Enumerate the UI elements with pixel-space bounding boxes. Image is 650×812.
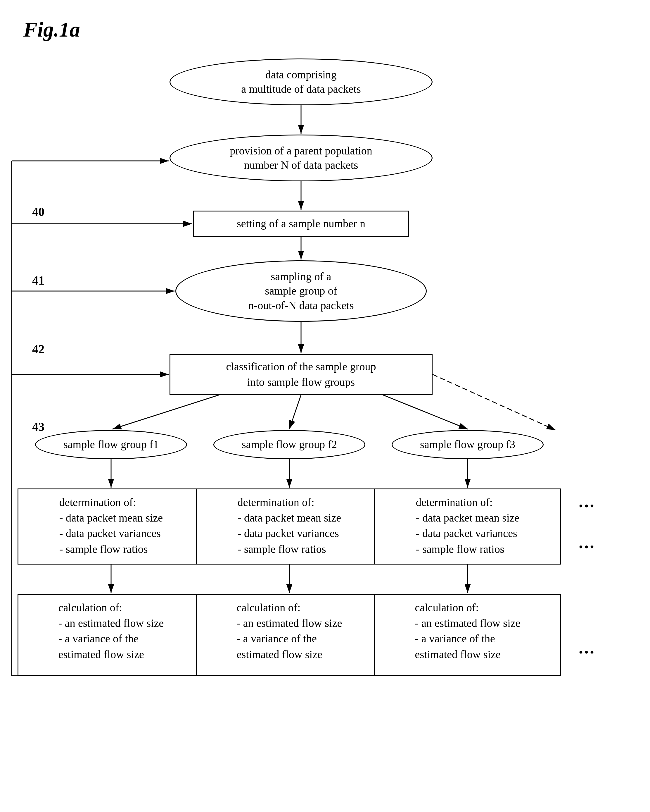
det-f2-node: determination of: - data packet mean siz…: [196, 488, 383, 565]
calc-f3-node: calculation of: - an estimated flow size…: [374, 594, 561, 676]
det-f3-node: determination of: - data packet mean siz…: [374, 488, 561, 565]
sampling-node: sampling of a sample group of n-out-of-N…: [175, 260, 427, 322]
det-f1-node: determination of: - data packet mean siz…: [18, 488, 205, 565]
label-43: 43: [32, 420, 44, 434]
data-packets-node: data comprising a multitude of data pack…: [169, 58, 432, 105]
sample-number-node: setting of a sample number n: [193, 211, 409, 237]
dots-3: ...: [579, 638, 595, 658]
page-title: Fig.1a: [23, 18, 80, 42]
label-41: 41: [32, 273, 44, 287]
dots-1: ...: [579, 491, 595, 511]
dots-2: ...: [579, 533, 595, 553]
svg-line-14: [383, 395, 467, 429]
svg-line-15: [432, 374, 555, 430]
label-42: 42: [32, 342, 44, 356]
flow-f1-node: sample flow group f1: [35, 430, 187, 459]
flow-f3-node: sample flow group f3: [392, 430, 543, 459]
svg-line-13: [289, 395, 301, 429]
svg-line-12: [113, 395, 219, 429]
flow-f2-node: sample flow group f2: [213, 430, 365, 459]
label-40: 40: [32, 205, 44, 219]
calc-f1-node: calculation of: - an estimated flow size…: [18, 594, 205, 676]
parent-population-node: provision of a parent population number …: [169, 134, 432, 182]
calc-f2-node: calculation of: - an estimated flow size…: [196, 594, 383, 676]
classification-node: classification of the sample group into …: [169, 354, 432, 395]
